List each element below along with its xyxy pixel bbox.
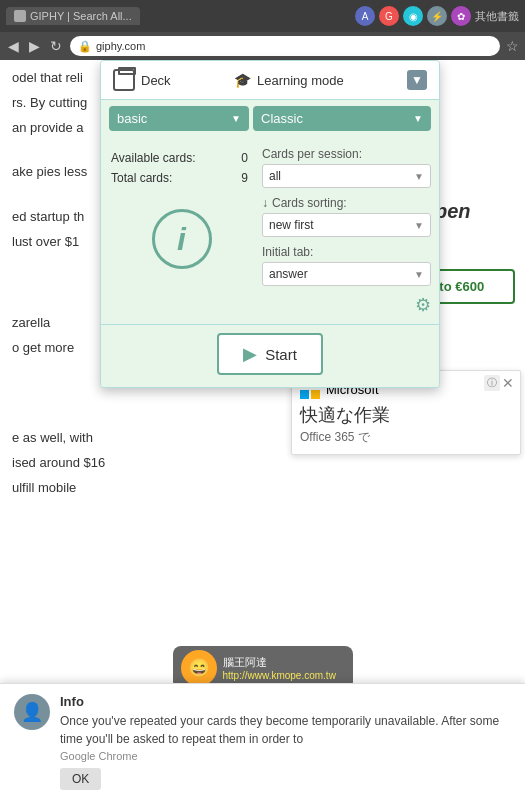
ms-ad-main-text: 快適な作業 <box>300 403 512 427</box>
refresh-button[interactable]: ↻ <box>48 38 64 54</box>
brand-avatar: 😄 <box>181 650 217 686</box>
sort-arrow-icon: ↓ <box>262 196 268 210</box>
initial-tab-value: answer <box>269 267 308 281</box>
info-symbol: i <box>177 221 186 258</box>
sort-chevron-icon: ▼ <box>414 220 424 231</box>
available-cards-row: Available cards: 0 <box>111 149 252 167</box>
available-value: 0 <box>236 149 252 167</box>
browser-chrome: GIPHY | Search All... A G ◉ ⚡ ✿ 其他書籤 <box>0 0 525 32</box>
ad-badge: ⓘ <box>484 375 500 391</box>
back-button[interactable]: ◀ <box>6 38 21 54</box>
browser-icon-2: G <box>379 6 399 26</box>
browser-icon-5: ✿ <box>451 6 471 26</box>
deck-icon <box>113 69 135 91</box>
sort-value: new first <box>269 218 314 232</box>
forward-button[interactable]: ▶ <box>27 38 42 54</box>
total-cards-row: Total cards: 9 <box>111 169 252 187</box>
settings-area: ⚙ <box>262 294 431 316</box>
browser-icon-4: ⚡ <box>427 6 447 26</box>
play-icon: ▶ <box>243 343 257 365</box>
initial-tab-label: Initial tab: <box>262 245 431 259</box>
stats-table: Available cards: 0 Total cards: 9 <box>109 147 254 189</box>
active-tab[interactable]: GIPHY | Search All... <box>6 7 140 25</box>
initial-tab-chevron-icon: ▼ <box>414 269 424 280</box>
start-button[interactable]: ▶ Start <box>217 333 323 375</box>
popup-header: Deck 🎓 Learning mode ▼ <box>101 61 439 100</box>
address-bar-row: ◀ ▶ ↻ 🔒 giphy.com ☆ <box>0 32 525 60</box>
info-icon-circle: 👤 <box>14 694 50 730</box>
brand-url: http://www.kmope.com.tw <box>223 670 336 681</box>
ad-close-button[interactable]: ✕ <box>502 375 514 391</box>
settings-sliders-icon[interactable]: ⚙ <box>415 295 431 315</box>
tab-area: GIPHY | Search All... <box>6 7 351 25</box>
info-body-text: Once you've repeated your cards they bec… <box>60 712 511 748</box>
learning-section: 🎓 Learning mode <box>234 72 344 88</box>
info-person-icon: 👤 <box>21 701 43 723</box>
deck-dropdown-value: basic <box>117 111 147 126</box>
left-column: Available cards: 0 Total cards: 9 i <box>109 147 254 316</box>
sort-dropdown[interactable]: new first ▼ <box>262 213 431 237</box>
brand-name: 腦王阿達 <box>223 655 336 670</box>
url-text: giphy.com <box>96 40 145 52</box>
ms-ad-sub-text: Office 365 で <box>300 429 512 446</box>
info-source: Google Chrome <box>60 750 511 762</box>
bookmark-icon[interactable]: ☆ <box>506 38 519 54</box>
deck-chevron-icon: ▼ <box>231 113 241 124</box>
other-tabs-label: 其他書籤 <box>475 9 519 24</box>
mode-dropdown[interactable]: Classic ▼ <box>253 106 431 131</box>
initial-tab-dropdown[interactable]: answer ▼ <box>262 262 431 286</box>
bg-line-11: ulfill mobile <box>12 478 513 499</box>
per-session-chevron-icon: ▼ <box>414 171 424 182</box>
deck-dropdown[interactable]: basic ▼ <box>109 106 249 131</box>
flashcard-popup: Deck 🎓 Learning mode ▼ basic ▼ Classic ▼… <box>100 60 440 388</box>
browser-icon-1: A <box>355 6 375 26</box>
per-session-label: Cards per session: <box>262 147 431 161</box>
popup-body: Available cards: 0 Total cards: 9 i Card… <box>101 139 439 324</box>
total-value: 9 <box>236 169 252 187</box>
sort-label-text: Cards sorting: <box>272 196 347 210</box>
ok-button[interactable]: OK <box>60 768 101 790</box>
brand-info: 腦王阿達 http://www.kmope.com.tw <box>223 655 336 681</box>
deck-label: Deck <box>141 73 171 88</box>
info-notification: 👤 Info Once you've repeated your cards t… <box>0 683 525 800</box>
deck-section: Deck <box>113 69 171 91</box>
expand-button[interactable]: ▼ <box>407 70 427 90</box>
dropdown-row: basic ▼ Classic ▼ <box>101 100 439 139</box>
address-bar[interactable]: 🔒 giphy.com <box>70 36 500 56</box>
graduation-cap-icon: 🎓 <box>234 72 251 88</box>
info-content-area: Info Once you've repeated your cards the… <box>60 694 511 790</box>
bg-line-10: ised around $16 <box>12 453 513 474</box>
lock-icon: 🔒 <box>78 40 92 53</box>
mode-chevron-icon: ▼ <box>413 113 423 124</box>
learning-label: Learning mode <box>257 73 344 88</box>
info-circle: i <box>152 209 212 269</box>
right-column: Cards per session: all ▼ ↓ Cards sorting… <box>262 147 431 316</box>
info-title: Info <box>60 694 511 709</box>
mode-dropdown-value: Classic <box>261 111 303 126</box>
tab-label: GIPHY | Search All... <box>30 10 132 22</box>
per-session-dropdown[interactable]: all ▼ <box>262 164 431 188</box>
total-label: Total cards: <box>111 169 234 187</box>
per-session-value: all <box>269 169 281 183</box>
available-label: Available cards: <box>111 149 234 167</box>
start-label: Start <box>265 346 297 363</box>
browser-icons: A G ◉ ⚡ ✿ 其他書籤 <box>355 6 519 26</box>
favicon <box>14 10 26 22</box>
browser-icon-3: ◉ <box>403 6 423 26</box>
start-row: ▶ Start <box>101 324 439 387</box>
sort-label: ↓ Cards sorting: <box>262 196 431 210</box>
